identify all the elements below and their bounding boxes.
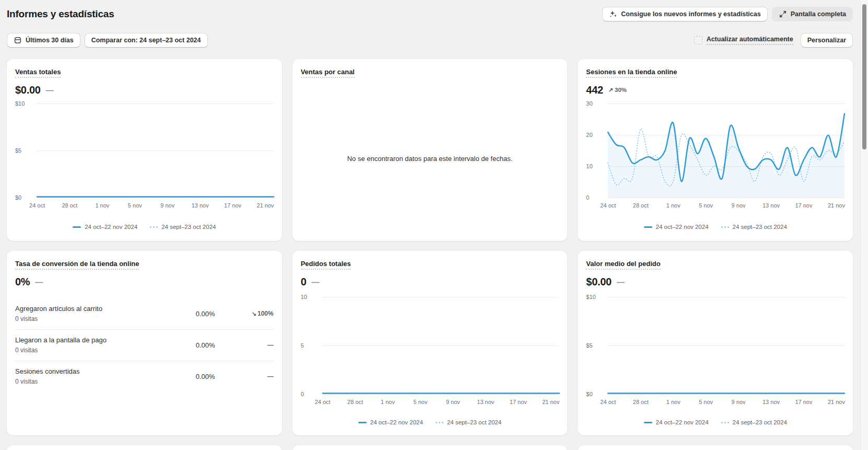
compare-button[interactable]: Comparar con: 24 sept–23 oct 2024 (85, 33, 208, 48)
legend-current-label: 24 oct–22 nov 2024 (656, 224, 709, 230)
aov-value-row: $0.00 — (586, 274, 844, 289)
fullscreen-button[interactable]: Pantalla completa (772, 7, 853, 21)
card-sales-by-channel: Ventas por canal No se encontraron datos… (292, 59, 568, 241)
funnel-row-reached-checkout: Llegaron a la pantalla de pago 0 visitas… (15, 329, 274, 361)
gridline (608, 198, 844, 198)
funnel-step-label: Llegaron a la pantalla de pago (15, 336, 158, 344)
x-tick-label: 21 nov (257, 202, 274, 209)
auto-update-checkbox[interactable] (694, 36, 702, 44)
card-total-orders: Pedidos totales 0 — 10 5 0 24 oct28 oct1… (292, 251, 568, 435)
trend-up-icon: ↗ (608, 87, 613, 94)
y-tick-label: 10 (586, 163, 605, 169)
auto-update-toggle[interactable]: Actualizar automáticamente (694, 36, 793, 45)
legend-dotted-swatch (150, 226, 158, 228)
sessions-title-link[interactable]: Sesiones en la tienda online (586, 68, 677, 78)
chart-legend: 24 oct–22 nov 2024 24 sept–23 oct 2024 (7, 224, 282, 230)
legend-current: 24 oct–22 nov 2024 (644, 224, 709, 230)
x-tick-label: 5 nov (699, 399, 713, 405)
x-axis: 24 oct28 oct1 nov5 nov9 nov13 nov17 nov2… (608, 399, 844, 406)
funnel-step-value: 0.00% (158, 373, 215, 380)
y-tick-label: 0 (301, 391, 320, 397)
analytics-dashboard: Informes y estadísticas Consigue los nue… (0, 0, 868, 450)
y-tick-label: $0 (15, 194, 34, 201)
total-sales-title-link[interactable]: Ventas totales (15, 68, 61, 78)
gridline (323, 394, 559, 395)
customize-label: Personalizar (807, 37, 846, 44)
legend-previous-label: 24 sept–23 oct 2024 (161, 224, 216, 230)
customize-button[interactable]: Personalizar (801, 33, 853, 48)
trend-down-icon: ↘ (252, 310, 256, 317)
legend-previous: 24 sept–23 oct 2024 (150, 224, 216, 230)
x-tick-label: 28 oct (62, 202, 77, 209)
aov-title-link[interactable]: Valor medio del pedido (586, 260, 660, 270)
sessions-delta: ↗ 30% (608, 87, 627, 94)
date-range-button[interactable]: Últimos 30 días (7, 33, 80, 48)
orders-title-link[interactable]: Pedidos totales (301, 260, 351, 270)
funnel-row-add-to-cart: Agregaron artículos al carrito 0 visitas… (15, 298, 274, 329)
legend-solid-swatch (644, 226, 652, 228)
line-chart-svg (323, 297, 559, 394)
y-tick-label: 0 (586, 194, 605, 201)
legend-previous: 24 sept–23 oct 2024 (436, 419, 501, 425)
x-tick-label: 1 nov (666, 399, 681, 405)
filter-left: Últimos 30 días Comparar con: 24 sept–23… (7, 33, 208, 48)
y-tick-label: 30 (586, 100, 605, 107)
legend-current-label: 24 oct–22 nov 2024 (85, 224, 137, 230)
sessions-delta-value: 30% (615, 87, 627, 93)
y-tick-label: 10 (301, 294, 320, 300)
header-actions: Consigue los nuevos informes y estadísti… (602, 7, 853, 21)
x-tick-label: 13 nov (763, 399, 780, 405)
no-change-indicator: — (617, 278, 625, 286)
conversion-value: 0% (15, 276, 30, 288)
aov-value: $0.00 (586, 276, 612, 288)
conversion-title-link[interactable]: Tasa de conversión de la tienda online (15, 260, 139, 270)
x-tick-label: 24 oct (29, 202, 45, 209)
x-tick-label: 1 nov (95, 202, 109, 209)
x-tick-label: 28 oct (347, 399, 363, 405)
gridline (608, 394, 844, 395)
filter-bar: Últimos 30 días Comparar con: 24 sept–23… (7, 32, 853, 48)
funnel-step-sub: 0 visitas (15, 315, 158, 322)
page-title: Informes y estadísticas (7, 8, 114, 20)
x-axis: 24 oct28 oct1 nov5 nov9 nov13 nov17 nov2… (37, 202, 274, 210)
legend-previous: 24 sept–23 oct 2024 (721, 419, 787, 425)
x-tick-label: 1 nov (381, 399, 395, 405)
orders-value-row: 0 — (301, 274, 559, 289)
card-partial (292, 445, 568, 450)
legend-dotted-swatch (721, 226, 729, 228)
line-chart-svg (37, 103, 274, 198)
x-tick-label: 21 nov (828, 202, 845, 209)
plot-area (323, 297, 559, 394)
line-chart-svg (608, 103, 844, 198)
orders-chart: 10 5 0 24 oct28 oct1 nov5 nov9 nov13 nov… (301, 297, 559, 394)
card-sessions: Sesiones en la tienda online 442 ↗ 30% 3… (578, 59, 853, 241)
sessions-chart: 30 20 10 0 24 oct28 oct1 nov5 nov9 nov13… (586, 103, 844, 198)
x-tick-label: 17 nov (795, 202, 812, 209)
total-sales-value: $0.00 (15, 84, 41, 96)
sessions-value: 442 (586, 84, 603, 96)
conversion-funnel: Agregaron artículos al carrito 0 visitas… (15, 298, 274, 392)
funnel-step-sub: 0 visitas (15, 378, 158, 385)
scrollbar-track[interactable] (860, 0, 868, 450)
no-change-indicator: — (35, 278, 43, 286)
cards-grid: Ventas totales $0.00 — $10 $5 $0 24 oct2… (7, 59, 853, 450)
x-tick-label: 9 nov (446, 399, 460, 405)
legend-previous-label: 24 sept–23 oct 2024 (733, 419, 787, 425)
legend-solid-swatch (644, 422, 652, 423)
x-tick-label: 13 nov (192, 202, 209, 209)
empty-state-message: No se encontraron datos para este interv… (301, 155, 559, 163)
line-chart-svg (608, 297, 844, 394)
sales-by-channel-title-link[interactable]: Ventas por canal (301, 68, 355, 78)
x-tick-label: 9 nov (732, 399, 746, 405)
x-tick-label: 28 oct (633, 202, 649, 209)
compare-label: Comparar con: 24 sept–23 oct 2024 (91, 37, 201, 44)
x-tick-label: 9 nov (160, 202, 174, 209)
plot-area (608, 103, 844, 198)
scrollbar-thumb[interactable] (862, 4, 866, 149)
total-sales-chart: $10 $5 $0 24 oct28 oct1 nov5 nov9 nov13 … (15, 103, 274, 198)
new-reports-button[interactable]: Consigue los nuevos informes y estadísti… (602, 7, 767, 21)
new-reports-label: Consigue los nuevos informes y estadísti… (621, 10, 760, 18)
fullscreen-icon (779, 10, 787, 18)
calendar-icon (14, 36, 22, 44)
no-change-indicator: — (46, 86, 54, 95)
